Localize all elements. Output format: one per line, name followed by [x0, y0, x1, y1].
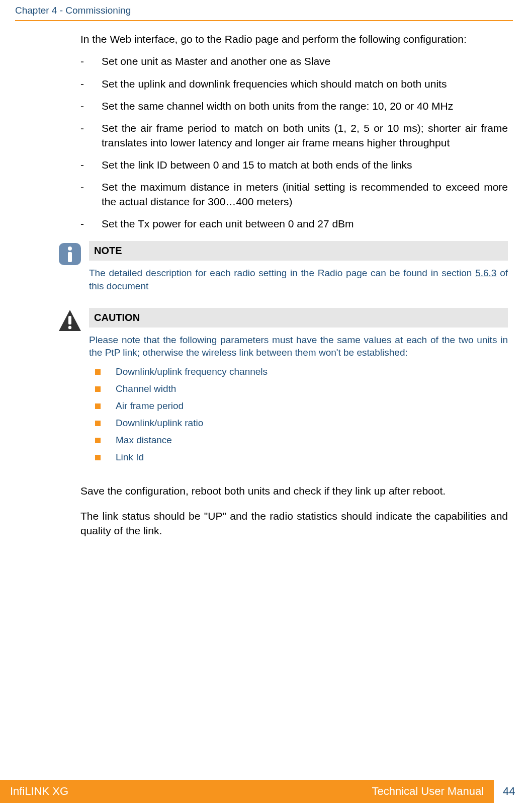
list-item-text: Set one unit as Master and another one a… — [102, 54, 508, 68]
list-item-text: Max distance — [116, 435, 172, 446]
list-item-text: Air frame period — [116, 400, 184, 412]
list-item-text: Link Id — [116, 452, 144, 463]
list-item-text: Channel width — [116, 383, 176, 394]
list-item-text: Downlink/uplink frequency channels — [116, 366, 268, 377]
caution-intro: Please note that the following parameter… — [89, 334, 508, 359]
footer-left: InfiLINK XG — [10, 785, 68, 798]
dash-bullet: - — [80, 121, 102, 150]
square-bullet-icon — [95, 438, 101, 443]
list-item: -Set the same channel width on both unit… — [80, 99, 508, 113]
note-text-pre: The detailed description for each radio … — [89, 268, 475, 278]
square-bullet-icon — [95, 403, 101, 409]
note-header: NOTE — [89, 241, 508, 261]
list-item: -Set the Tx power for each unit between … — [80, 217, 508, 231]
list-item-text: Set the link ID between 0 and 15 to matc… — [102, 158, 508, 172]
configuration-steps-list: -Set one unit as Master and another one … — [80, 54, 508, 231]
square-bullet-icon — [95, 386, 101, 392]
svg-point-5 — [68, 326, 71, 329]
dash-bullet: - — [80, 180, 102, 209]
list-item: -Set the uplink and downlink frequencies… — [80, 77, 508, 91]
svg-point-1 — [68, 247, 72, 251]
list-item: Downlink/uplink frequency channels — [95, 366, 508, 377]
list-item-text: Set the uplink and downlink frequencies … — [102, 77, 508, 91]
list-item: Max distance — [95, 435, 508, 446]
list-item: -Set the link ID between 0 and 15 to mat… — [80, 158, 508, 172]
caution-callout: CAUTION Please note that the following p… — [58, 308, 508, 469]
list-item-text: Set the maximum distance in meters (init… — [102, 180, 508, 209]
intro-paragraph: In the Web interface, go to the Radio pa… — [80, 32, 508, 46]
list-item-text: Set the air frame period to match on bot… — [102, 121, 508, 150]
list-item: Downlink/uplink ratio — [95, 418, 508, 429]
list-item: Link Id — [95, 452, 508, 463]
dash-bullet: - — [80, 99, 102, 113]
dash-bullet: - — [80, 158, 102, 172]
header-divider — [15, 20, 513, 21]
square-bullet-icon — [95, 421, 101, 426]
list-item-text: Set the Tx power for each unit between 0… — [102, 217, 508, 231]
list-item-text: Set the same channel width on both units… — [102, 99, 508, 113]
list-item: Air frame period — [95, 400, 508, 412]
page-number: 44 — [503, 785, 528, 798]
note-text: The detailed description for each radio … — [89, 267, 508, 292]
save-config-paragraph: Save the configuration, reboot both unit… — [80, 484, 508, 498]
svg-rect-2 — [68, 252, 72, 262]
list-item: -Set the air frame period to match on bo… — [80, 121, 508, 150]
section-link[interactable]: 5.6.3 — [475, 268, 496, 278]
square-bullet-icon — [95, 369, 101, 375]
footer-bar: InfiLINK XG Technical User Manual — [0, 780, 494, 803]
chapter-header: Chapter 4 - Commissioning — [15, 5, 513, 20]
caution-header: CAUTION — [89, 308, 508, 328]
list-item: Channel width — [95, 383, 508, 394]
svg-rect-4 — [68, 316, 71, 324]
warning-icon — [58, 308, 89, 469]
list-item: -Set one unit as Master and another one … — [80, 54, 508, 68]
list-item-text: Downlink/uplink ratio — [116, 418, 203, 429]
list-item: -Set the maximum distance in meters (ini… — [80, 180, 508, 209]
square-bullet-icon — [95, 455, 101, 460]
link-status-paragraph: The link status should be "UP" and the r… — [80, 509, 508, 538]
dash-bullet: - — [80, 77, 102, 91]
page-footer: InfiLINK XG Technical User Manual 44 — [0, 780, 528, 803]
dash-bullet: - — [80, 54, 102, 68]
dash-bullet: - — [80, 217, 102, 231]
footer-right: Technical User Manual — [372, 785, 484, 798]
note-callout: NOTE The detailed description for each r… — [58, 241, 508, 292]
info-icon — [58, 241, 89, 292]
caution-params-list: Downlink/uplink frequency channels Chann… — [95, 366, 508, 463]
